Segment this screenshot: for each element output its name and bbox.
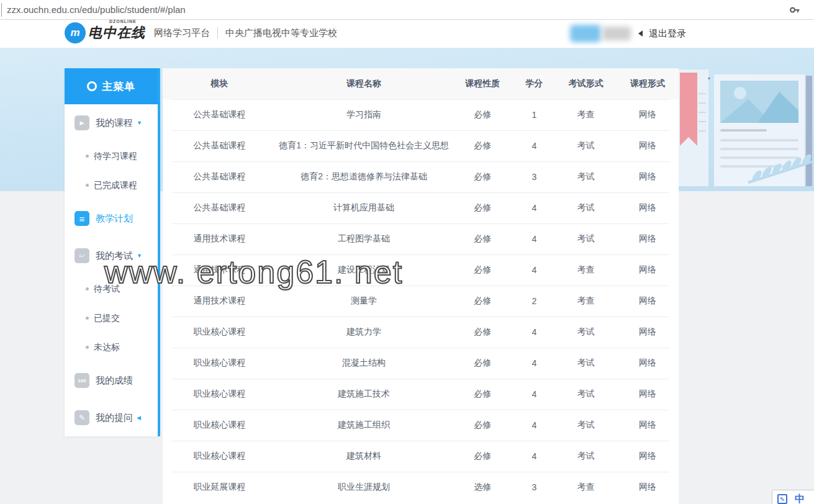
image-placeholder (720, 81, 798, 123)
table-cell: 计算机应用基础 (276, 202, 452, 214)
sidebar-item-exams-submitted[interactable]: 已提交 (65, 304, 158, 333)
table-cell: 学习指南 (276, 109, 452, 120)
column-header: 学分 (513, 78, 554, 89)
table-cell: 建筑施工技术 (276, 389, 452, 400)
column-header: 课程性质 (451, 78, 513, 89)
score-icon (75, 373, 89, 388)
table-row: 职业核心课程建筑材料必修4考试网络 (163, 441, 679, 472)
sidebar-item-label: 待学习课程 (94, 151, 137, 162)
url-text[interactable]: zzx.ouchn.edu.cn/edu/public/student/#/pl… (7, 4, 186, 15)
table-cell: 网络 (617, 358, 679, 369)
table-cell: 测量学 (276, 295, 452, 307)
table-cell: 公共基础课程 (163, 140, 276, 151)
table-cell: 必修 (451, 109, 513, 120)
sidebar-item-my-courses[interactable]: 我的课程▼ (65, 104, 158, 142)
courses-icon (75, 115, 89, 130)
avatar[interactable] (570, 25, 601, 42)
table-cell: 1 (513, 110, 554, 120)
table-cell: 考试 (555, 202, 617, 214)
sidebar-item-label: 我的提问 (96, 412, 133, 424)
user-area: 退出登录 (570, 25, 686, 42)
table-cell: 4 (513, 265, 554, 275)
sidebar-title: 主菜单 (102, 79, 135, 94)
sidebar-item-my-scores[interactable]: 我的成绩 (65, 362, 158, 399)
table-cell: 网络 (617, 202, 679, 214)
table-cell: 考试 (555, 140, 617, 151)
sidebar: 主菜单 我的课程▼待学习课程已完成课程教学计划我的考试▼待考试已提交未达标我的成… (65, 68, 158, 436)
table-cell: 通用技术课程 (163, 233, 276, 245)
table-cell: 必修 (451, 451, 513, 462)
table-cell: 网络 (617, 451, 679, 462)
table-row: 职业核心课程建筑施工组织必修4考试网络 (163, 410, 679, 441)
table-cell: 职业核心课程 (163, 451, 276, 462)
table-cell: 4 (513, 389, 554, 399)
table-cell: 4 (513, 327, 554, 337)
school-name: 中央广播电视中等专业学校 (225, 27, 337, 39)
plan-icon (75, 211, 89, 226)
table-cell: 公共基础课程 (163, 202, 276, 214)
text-cursor (1, 3, 2, 17)
logo-subtitle: DZONLINE (109, 19, 137, 24)
table-cell: 4 (513, 420, 554, 430)
table-cell: 必修 (451, 420, 513, 431)
sidebar-item-courses-finished[interactable]: 已完成课程 (65, 171, 158, 200)
illustration: ▾ (679, 56, 814, 192)
sidebar-item-label: 待考试 (94, 284, 120, 295)
bullet-icon (86, 346, 89, 349)
table-cell: 职业核心课程 (163, 420, 276, 431)
table-cell: 必修 (451, 140, 513, 151)
table-row: 职业核心课程混凝土结构必修4考试网络 (163, 348, 679, 379)
table-row: 职业核心课程建筑力学必修4考试网络 (163, 317, 679, 348)
table-cell: 网络 (617, 326, 679, 338)
table-cell: 职业生涯规划 (276, 482, 452, 493)
table-body: 公共基础课程学习指南必修1考查网络公共基础课程德育1：习近平新时代中国特色社会主… (163, 99, 679, 503)
table-cell: 2 (513, 296, 554, 306)
sidebar-item-label: 未达标 (94, 342, 120, 353)
column-header: 课程名称 (276, 78, 452, 89)
table-cell: 考试 (555, 358, 617, 369)
sun-shape (734, 87, 746, 99)
table-cell: 考试 (555, 233, 617, 245)
sidebar-item-teaching-plan[interactable]: 教学计划 (65, 200, 158, 237)
ime-toolbar[interactable]: ✎ 中 (772, 490, 814, 504)
brand[interactable]: m DZONLINE 电中在线 网络学习平台 中央广播电视中等专业学校 (65, 22, 337, 43)
decor-line (699, 130, 706, 132)
table-cell: 工程图学基础 (276, 233, 452, 245)
logo-icon: m (65, 22, 86, 43)
table-cell: 网络 (617, 233, 679, 245)
table-cell: 公共基础课程 (163, 109, 276, 120)
browser-url-bar: zzx.ouchn.edu.cn/edu/public/student/#/pl… (0, 0, 814, 20)
bullet-icon (86, 155, 89, 158)
pen-icon[interactable]: ✎ (777, 494, 787, 504)
table-cell: 必修 (451, 358, 513, 369)
table-cell: 选修 (451, 482, 513, 493)
decor-line (699, 112, 706, 113)
sidebar-item-exams-failed[interactable]: 未达标 (65, 333, 158, 362)
password-key-icon[interactable] (789, 4, 800, 16)
exam-icon (75, 248, 89, 263)
chevron-left-icon[interactable] (638, 30, 643, 37)
column-header: 模块 (163, 78, 276, 89)
sidebar-item-exams-pending[interactable]: 待考试 (65, 274, 158, 304)
bullet-icon (86, 184, 89, 187)
sidebar-item-label: 我的成绩 (96, 375, 133, 387)
table-cell: 4 (513, 141, 554, 151)
sidebar-item-my-questions[interactable]: 我的提问◀ (65, 399, 158, 436)
sidebar-item-courses-pending[interactable]: 待学习课程 (65, 142, 158, 171)
table-cell: 建筑力学 (276, 326, 452, 338)
table-cell: 网络 (617, 264, 679, 276)
table-row: 通用技术课程建设工程法规必修4考查网络 (163, 254, 679, 286)
sidebar-scrollbar[interactable] (158, 68, 160, 436)
table-cell: 职业核心课程 (163, 326, 276, 338)
table-cell: 网络 (617, 109, 679, 120)
table-cell: 考查 (555, 295, 617, 307)
ime-language-indicator[interactable]: 中 (795, 493, 805, 504)
sidebar-item-my-exams[interactable]: 我的考试▼ (65, 237, 158, 274)
text-line (720, 148, 798, 150)
table-cell: 建设工程法规 (276, 264, 452, 276)
table-cell: 网络 (617, 171, 679, 182)
table-cell: 3 (513, 482, 554, 492)
sidebar-menu: 我的课程▼待学习课程已完成课程教学计划我的考试▼待考试已提交未达标我的成绩我的提… (65, 104, 158, 436)
logout-button[interactable]: 退出登录 (649, 28, 686, 40)
table-cell: 考试 (555, 171, 617, 182)
